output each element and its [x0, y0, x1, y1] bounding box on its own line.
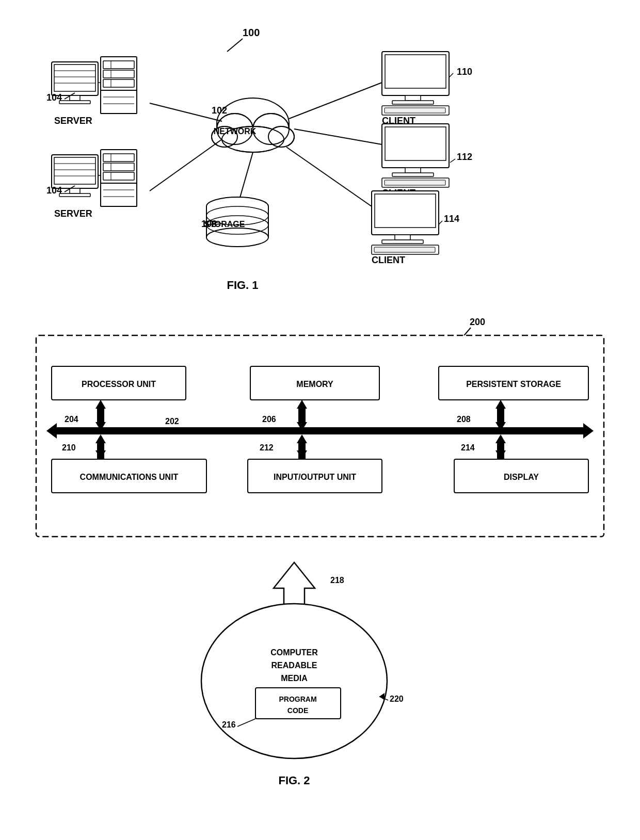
svg-rect-44	[54, 157, 95, 184]
svg-rect-52	[103, 163, 134, 171]
svg-text:SERVER: SERVER	[54, 116, 92, 126]
svg-line-21	[286, 147, 372, 206]
fig1-diagram: 100 NETWORK 102	[21, 21, 619, 304]
svg-rect-88	[385, 180, 445, 185]
svg-point-68	[206, 228, 268, 247]
svg-line-19	[289, 83, 382, 119]
svg-rect-93	[375, 194, 436, 228]
svg-text:MEDIA: MEDIA	[281, 674, 308, 683]
svg-text:PROCESSOR UNIT: PROCESSOR UNIT	[82, 380, 156, 389]
svg-rect-57	[101, 183, 137, 206]
svg-text:MEMORY: MEMORY	[296, 380, 333, 389]
svg-text:104: 104	[46, 185, 62, 196]
svg-text:208: 208	[457, 415, 471, 424]
svg-rect-107	[57, 427, 583, 434]
svg-text:212: 212	[260, 443, 274, 452]
svg-line-82	[449, 73, 453, 77]
svg-rect-97	[374, 247, 435, 252]
svg-rect-104	[36, 335, 604, 537]
svg-text:102: 102	[212, 105, 227, 116]
svg-rect-95	[382, 240, 423, 244]
svg-text:INPUT/OUTPUT UNIT: INPUT/OUTPUT UNIT	[274, 473, 356, 481]
svg-rect-49	[59, 193, 90, 197]
svg-text:CLIENT: CLIENT	[372, 255, 405, 265]
svg-text:PROGRAM: PROGRAM	[279, 695, 316, 703]
svg-text:READABLE: READABLE	[271, 661, 317, 670]
svg-text:112: 112	[457, 152, 472, 162]
svg-text:204: 204	[65, 415, 78, 424]
svg-rect-76	[405, 95, 421, 101]
svg-text:CODE: CODE	[287, 706, 308, 715]
fig2-diagram: 200 202 PROCESSOR UNIT 204 MEMORY 206 PE…	[21, 310, 619, 836]
svg-rect-94	[395, 235, 410, 240]
svg-rect-28	[59, 101, 90, 104]
svg-line-100	[439, 221, 442, 224]
svg-text:FIG. 1: FIG. 1	[227, 279, 258, 292]
svg-text:216: 216	[222, 720, 236, 729]
svg-rect-32	[103, 79, 134, 87]
svg-rect-84	[385, 127, 446, 160]
svg-rect-27	[70, 95, 80, 101]
svg-rect-125	[497, 409, 504, 422]
svg-text:210: 210	[62, 443, 76, 452]
svg-text:COMMUNICATIONS UNIT: COMMUNICATIONS UNIT	[80, 473, 179, 481]
svg-text:110: 110	[457, 67, 472, 77]
svg-text:206: 206	[262, 415, 276, 424]
svg-text:PERSISTENT STORAGE: PERSISTENT STORAGE	[466, 380, 561, 389]
svg-line-17	[150, 139, 222, 191]
svg-text:220: 220	[390, 694, 404, 703]
svg-rect-137	[298, 443, 306, 459]
svg-line-20	[294, 129, 382, 144]
svg-rect-36	[101, 90, 137, 114]
svg-text:214: 214	[461, 443, 475, 452]
svg-rect-23	[54, 64, 95, 91]
page: 100 NETWORK 102	[0, 0, 640, 840]
svg-text:108: 108	[201, 219, 217, 229]
svg-text:FIG. 2: FIG. 2	[278, 774, 310, 787]
svg-text:202: 202	[165, 417, 179, 426]
svg-rect-86	[392, 173, 434, 176]
svg-rect-48	[70, 188, 80, 193]
svg-line-1	[227, 39, 243, 52]
svg-rect-79	[385, 108, 445, 113]
svg-text:SERVER: SERVER	[54, 208, 92, 219]
svg-rect-85	[405, 168, 421, 173]
svg-rect-119	[298, 409, 306, 422]
svg-line-91	[450, 159, 455, 163]
svg-rect-51	[103, 154, 134, 161]
svg-text:200: 200	[470, 317, 485, 327]
svg-rect-143	[497, 443, 504, 459]
svg-text:NETWORK: NETWORK	[214, 127, 257, 136]
svg-text:DISPLAY: DISPLAY	[504, 473, 539, 481]
svg-rect-77	[392, 101, 434, 104]
svg-rect-113	[97, 409, 104, 422]
svg-rect-30	[103, 61, 134, 69]
svg-rect-131	[97, 443, 104, 459]
svg-text:COMPUTER: COMPUTER	[270, 648, 318, 657]
svg-line-16	[150, 103, 222, 121]
svg-text:218: 218	[330, 576, 344, 585]
svg-rect-75	[385, 55, 446, 88]
svg-rect-53	[103, 172, 134, 180]
svg-text:100: 100	[243, 27, 260, 38]
svg-text:114: 114	[444, 214, 459, 224]
svg-rect-31	[103, 70, 134, 78]
svg-text:104: 104	[46, 92, 62, 103]
